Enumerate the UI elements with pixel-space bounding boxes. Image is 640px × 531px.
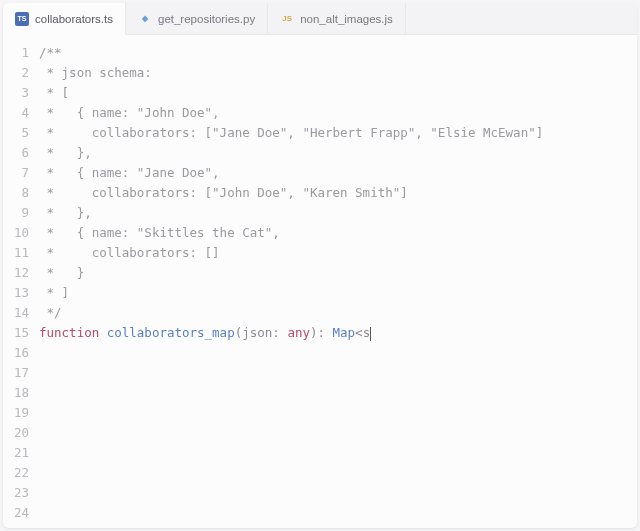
code-line[interactable] <box>39 423 637 443</box>
line-number: 2 <box>3 63 29 83</box>
tab-label: collaborators.ts <box>35 13 113 25</box>
line-number: 1 <box>3 43 29 63</box>
line-number: 8 <box>3 183 29 203</box>
code-line[interactable]: * json schema: <box>39 63 637 83</box>
code-line[interactable]: * }, <box>39 203 637 223</box>
code-line[interactable] <box>39 403 637 423</box>
code-line[interactable]: * }, <box>39 143 637 163</box>
tab-bar: TS collaborators.ts ◆ get_repositories.p… <box>3 3 637 35</box>
code-line[interactable] <box>39 463 637 483</box>
python-icon: ◆ <box>138 12 152 26</box>
code-content[interactable]: /** * json schema: * [ * { name: "John D… <box>39 43 637 528</box>
code-line[interactable]: * [ <box>39 83 637 103</box>
code-line[interactable]: * collaborators: ["John Doe", "Karen Smi… <box>39 183 637 203</box>
code-line[interactable]: */ <box>39 303 637 323</box>
code-line[interactable] <box>39 483 637 503</box>
tab-label: get_repositories.py <box>158 13 255 25</box>
code-editor[interactable]: 123456789101112131415161718192021222324 … <box>3 35 637 528</box>
line-number: 12 <box>3 263 29 283</box>
javascript-icon: JS <box>280 12 294 26</box>
line-number: 6 <box>3 143 29 163</box>
editor-container: TS collaborators.ts ◆ get_repositories.p… <box>3 3 637 528</box>
line-number: 20 <box>3 423 29 443</box>
line-number: 23 <box>3 483 29 503</box>
line-number-gutter: 123456789101112131415161718192021222324 <box>3 43 39 528</box>
text-cursor <box>370 327 371 341</box>
code-line[interactable] <box>39 343 637 363</box>
line-number: 14 <box>3 303 29 323</box>
tab-get-repositories-py[interactable]: ◆ get_repositories.py <box>126 3 268 34</box>
tab-label: non_alt_images.js <box>300 13 393 25</box>
line-number: 3 <box>3 83 29 103</box>
line-number: 21 <box>3 443 29 463</box>
code-line[interactable]: * collaborators: ["Jane Doe", "Herbert F… <box>39 123 637 143</box>
code-line[interactable]: * ] <box>39 283 637 303</box>
code-line[interactable]: * { name: "Jane Doe", <box>39 163 637 183</box>
line-number: 22 <box>3 463 29 483</box>
line-number: 11 <box>3 243 29 263</box>
code-line[interactable]: * } <box>39 263 637 283</box>
line-number: 19 <box>3 403 29 423</box>
tab-non-alt-images-js[interactable]: JS non_alt_images.js <box>268 3 406 34</box>
line-number: 24 <box>3 503 29 523</box>
code-line[interactable]: * collaborators: [] <box>39 243 637 263</box>
line-number: 13 <box>3 283 29 303</box>
code-line[interactable]: * { name: "Skittles the Cat", <box>39 223 637 243</box>
code-line[interactable] <box>39 443 637 463</box>
tab-collaborators-ts[interactable]: TS collaborators.ts <box>3 3 126 35</box>
typescript-icon: TS <box>15 12 29 26</box>
code-line[interactable] <box>39 363 637 383</box>
line-number: 9 <box>3 203 29 223</box>
code-line[interactable] <box>39 503 637 523</box>
line-number: 18 <box>3 383 29 403</box>
line-number: 16 <box>3 343 29 363</box>
code-line[interactable]: function collaborators_map(json: any): M… <box>39 323 637 343</box>
line-number: 5 <box>3 123 29 143</box>
line-number: 10 <box>3 223 29 243</box>
code-line[interactable]: * { name: "John Doe", <box>39 103 637 123</box>
line-number: 15 <box>3 323 29 343</box>
line-number: 4 <box>3 103 29 123</box>
line-number: 17 <box>3 363 29 383</box>
line-number: 7 <box>3 163 29 183</box>
code-line[interactable]: /** <box>39 43 637 63</box>
code-line[interactable] <box>39 383 637 403</box>
